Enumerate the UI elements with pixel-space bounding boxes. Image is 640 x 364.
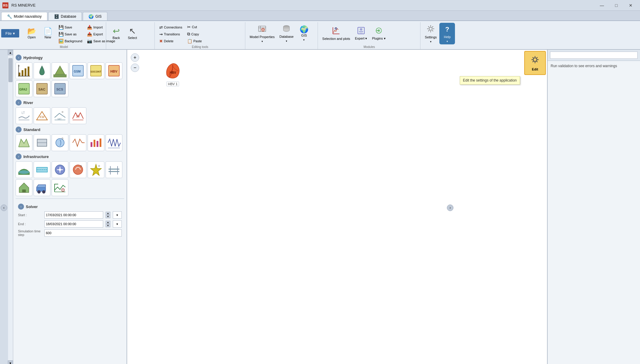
open-button[interactable]: 📂 Open [24,23,40,44]
start-spin-down[interactable]: ▼ [106,215,110,218]
component-r4[interactable]: SV [70,107,86,124]
solver-label: Solver [26,204,38,209]
infrastructure-collapse[interactable]: ↑ [16,154,22,160]
start-dropdown[interactable]: ▾ [113,211,122,219]
component-i8[interactable] [34,179,50,196]
plugins-button[interactable]: Plugins ▾ [370,23,387,44]
svg-text:SOCONT: SOCONT [90,70,101,73]
end-spin-up[interactable]: ▲ [106,221,110,224]
component-h8[interactable]: SAC [34,80,50,97]
component-s2[interactable] [34,134,50,151]
close-button[interactable]: ✕ [624,0,638,11]
component-r3[interactable]: MCD [52,107,68,124]
help-button[interactable]: ? Help ▾ [439,23,455,44]
tab-model-label: Model nauvalisoy [14,14,42,19]
tooltip-text: Edit the settings of the application [463,78,517,82]
edit-gear-icon [530,55,540,67]
component-i3[interactable] [52,161,68,178]
main-layout: ‹ ▲ ▼ ↑ Hydrology D [0,50,640,364]
database-ribbon-button[interactable]: Database ▾ [277,23,296,44]
right-nav-button[interactable]: › [447,204,453,211]
component-i6[interactable] [106,161,122,178]
save-button[interactable]: 💾 Save [56,24,85,31]
scroll-up-arrow[interactable]: ▲ [8,50,13,55]
component-i4[interactable]: D [70,161,86,178]
svg-text:D: D [62,137,63,139]
paste-button[interactable]: 📋 Paste [185,38,204,44]
component-i5[interactable]: D [88,161,104,178]
connections-button[interactable]: ⇄ Connections [157,24,184,31]
delete-button[interactable]: ✖ Delete [157,38,184,44]
component-s4[interactable] [70,134,86,151]
solver-start-input[interactable] [44,211,103,219]
scroll-down-arrow[interactable]: ▼ [8,360,13,364]
back-icon: ↩ [113,27,120,35]
tab-gis[interactable]: 🌍 GIS [83,12,107,20]
component-h9[interactable]: SCS [52,80,68,97]
component-i2[interactable] [34,161,50,178]
component-h5[interactable]: SOCONT [88,62,104,79]
gis-ribbon-button[interactable]: 🌍 GIS ▾ [296,23,312,44]
tab-database[interactable]: 🗄️ Database [48,12,82,20]
zoom-minus-button[interactable]: − [131,64,139,72]
svg-text:LT: LT [22,111,25,115]
canvas-hbv-component[interactable]: HBV HBV 1 [163,62,182,86]
sel-plots-button[interactable]: Selection and plots [320,23,352,44]
svg-point-77 [59,169,61,171]
select-button[interactable]: ↖ Select [125,23,140,44]
solver-collapse[interactable]: ↑ [18,204,24,210]
hbv-icon: HBV [163,62,182,81]
search-input[interactable] [550,52,638,59]
component-i9[interactable] [52,179,68,196]
solver-timestep-input[interactable] [44,229,122,237]
copy-button[interactable]: ⧉ Copy [185,31,204,37]
file-button[interactable]: File ▾ [1,29,19,37]
component-h3[interactable] [52,62,68,79]
sidebar-left-nav[interactable]: ‹ [1,204,7,211]
transitions-button[interactable]: ⇝ Transitions [157,31,184,37]
component-i1[interactable] [16,161,32,178]
component-h6[interactable]: HBV [106,62,122,79]
new-button[interactable]: 📄 New [40,23,56,44]
component-i7[interactable] [16,179,32,196]
cut-button[interactable]: ✂ Cut [185,24,204,30]
svg-text:GSM: GSM [74,70,81,73]
sidebar: ↑ Hydrology D GSM [13,50,127,364]
component-s1[interactable] [16,134,32,151]
end-spin-down[interactable]: ▼ [106,224,110,227]
river-collapse[interactable]: ↑ [16,100,22,106]
save-as-button[interactable]: 💾 Save as [56,31,85,37]
minimize-button[interactable]: — [595,0,609,11]
component-s6[interactable] [106,134,122,151]
start-spin-up[interactable]: ▲ [106,212,110,215]
edit-highlighted-button[interactable]: Edit [524,51,546,75]
zoom-plus-button[interactable]: + [131,53,139,62]
solver-end-input[interactable] [44,220,103,228]
expert-button[interactable]: Expert ▾ [353,23,369,44]
end-dropdown[interactable]: ▾ [113,220,122,228]
database-ribbon-icon [282,25,291,34]
background-button[interactable]: 🖼️ Background [56,38,85,44]
component-h4[interactable]: GSM [70,62,86,79]
right-panel: Run validation to see errors and warning… [547,50,640,364]
svg-rect-30 [19,73,20,76]
standard-collapse[interactable]: ↑ [16,127,22,133]
component-s5[interactable] [88,134,104,151]
save-label: Save [65,25,72,29]
component-r1[interactable]: LT [16,107,32,124]
window-controls: — □ ✕ [595,0,638,11]
tab-model[interactable]: 🔧 Model nauvalisoy [1,12,47,20]
back-button[interactable]: ↩ Back [109,23,124,44]
hydrology-collapse[interactable]: ↑ [16,55,22,61]
copy-icon: ⧉ [187,31,190,37]
maximize-button[interactable]: □ [609,0,623,11]
settings-button[interactable]: Settings ▾ [423,23,439,44]
component-h1[interactable]: D [16,62,32,79]
component-h7[interactable]: GR4J [16,80,32,97]
component-h2[interactable] [34,62,50,79]
svg-line-102 [537,57,537,58]
component-s3[interactable]: D [52,134,68,151]
model-properties-button[interactable]: Model Properties ▾ [248,23,277,44]
component-r2[interactable]: KW [34,107,50,124]
scroll-thumb[interactable] [8,58,13,82]
